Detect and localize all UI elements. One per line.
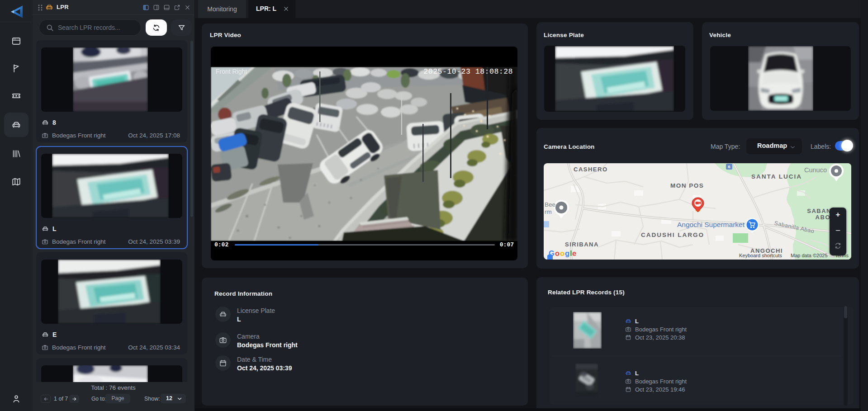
svg-text:Angochi Supermarket: Angochi Supermarket — [677, 221, 745, 228]
svg-text:Bee: Bee — [545, 201, 555, 208]
svg-text:CASHERO: CASHERO — [574, 166, 608, 173]
svg-text:e: e — [572, 249, 576, 257]
svg-text:Map data ©2025: Map data ©2025 — [791, 253, 828, 258]
svg-text:Keyboard shortcuts: Keyboard shortcuts — [739, 253, 782, 258]
svg-text:l: l — [570, 249, 572, 257]
svg-text:rm: rm — [545, 208, 552, 215]
svg-text:SANTA LUCIA: SANTA LUCIA — [751, 173, 802, 180]
svg-text:o: o — [560, 249, 564, 257]
svg-text:6: 6 — [728, 164, 730, 169]
svg-text:SIRIBANA: SIRIBANA — [565, 241, 599, 248]
svg-text:Cunuco: Cunuco — [804, 166, 827, 174]
svg-text:MON POS: MON POS — [670, 182, 704, 189]
svg-text:SABAN: SABAN — [807, 208, 831, 214]
svg-text:CADUSHI LARGO: CADUSHI LARGO — [641, 231, 704, 238]
svg-text:ABO: ABO — [816, 214, 830, 221]
svg-text:g: g — [565, 249, 569, 257]
svg-text:o: o — [555, 249, 560, 257]
